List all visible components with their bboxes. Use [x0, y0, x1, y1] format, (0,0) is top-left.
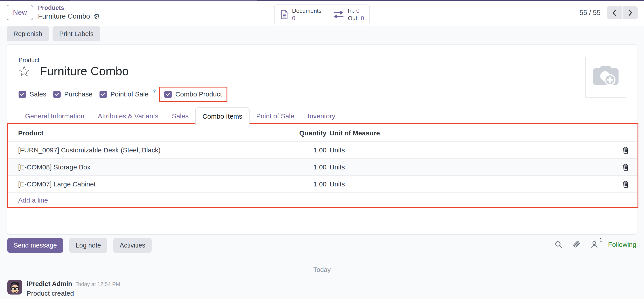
print-labels-button[interactable]: Print Labels	[52, 27, 100, 41]
send-message-button[interactable]: Send message	[8, 238, 63, 253]
column-header-product[interactable]: Product	[18, 129, 264, 137]
column-header-quantity[interactable]: Quantity	[264, 129, 326, 137]
documents-label: Documents	[292, 7, 322, 15]
chatter-message: iPredict Admin Today at 12:54 PM Product…	[8, 280, 120, 297]
combo-items-table: Product Quantity Unit of Measure [FURN_0…	[8, 125, 637, 208]
table-row[interactable]: [FURN_0097] Customizable Desk (Steel, Bl…	[8, 141, 637, 158]
action-button-row: Replenish Print Labels	[7, 27, 100, 41]
replenish-button[interactable]: Replenish	[7, 27, 49, 41]
in-out-stat-button[interactable]: In: 0 Out: 0	[327, 5, 370, 24]
notebook-tab-bar: General Information Attributes & Variant…	[18, 107, 342, 125]
attach-files-button[interactable]	[572, 240, 581, 249]
out-value: 0	[361, 15, 364, 22]
tab-sales[interactable]: Sales	[165, 107, 195, 125]
cell-uom[interactable]: Units	[330, 180, 614, 188]
pager: 55 / 55	[580, 6, 638, 19]
chevron-right-icon	[628, 9, 633, 16]
pager-previous-button[interactable]	[607, 6, 622, 19]
table-header-row: Product Quantity Unit of Measure	[8, 125, 637, 141]
stat-buttons: Documents 0 In: 0 Out: 0	[274, 5, 370, 24]
cell-quantity[interactable]: 1.00	[264, 146, 326, 154]
product-flags-row: Sales Purchase Point of Sale ? Combo Pro…	[18, 89, 224, 100]
add-line-row: Add a line	[8, 192, 637, 208]
control-panel: New Products Furniture Combo ⚙ Documents…	[0, 1, 644, 26]
out-label: Out:	[348, 15, 359, 22]
in-value: 0	[356, 7, 359, 15]
trash-icon	[622, 163, 630, 171]
transfer-arrows-icon	[332, 10, 344, 19]
point-of-sale-checkbox[interactable]: Point of Sale ?	[100, 90, 156, 98]
combo-product-checkbox[interactable]: Combo Product	[164, 90, 222, 98]
pager-next-button[interactable]	[622, 6, 638, 19]
chatter-toolbar: 1 Following	[554, 240, 636, 249]
date-divider-label: Today	[313, 266, 330, 273]
chatter-buttons: Send message Log note Activities	[8, 238, 152, 253]
followers-button[interactable]: 1	[590, 240, 598, 249]
in-label: In:	[348, 7, 354, 15]
favorite-star-icon[interactable]	[18, 66, 30, 77]
add-a-line-link[interactable]: Add a line	[18, 196, 48, 204]
message-body: Product created	[26, 289, 120, 297]
gear-icon[interactable]: ⚙	[94, 13, 100, 20]
sales-checkbox[interactable]: Sales	[18, 90, 46, 98]
breadcrumb-current: Furniture Combo	[38, 12, 90, 20]
trash-icon	[622, 180, 630, 188]
cell-product[interactable]: [FURN_0097] Customizable Desk (Steel, Bl…	[18, 146, 264, 154]
date-divider: Today	[7, 266, 637, 273]
column-header-uom[interactable]: Unit of Measure	[330, 129, 614, 137]
table-row[interactable]: [E-COM08] Storage Box 1.00 Units	[8, 158, 637, 175]
tab-point-of-sale[interactable]: Point of Sale	[250, 107, 301, 125]
product-title[interactable]: Furniture Combo	[40, 64, 129, 78]
delete-row-button[interactable]	[621, 162, 630, 172]
message-author[interactable]: iPredict Admin	[26, 280, 72, 287]
delete-row-button[interactable]	[621, 179, 630, 189]
log-note-button[interactable]: Log note	[69, 238, 107, 253]
breadcrumb-parent-link[interactable]: Products	[38, 5, 100, 12]
document-icon	[280, 10, 288, 20]
tab-inventory[interactable]: Inventory	[301, 107, 342, 125]
table-row[interactable]: [E-COM07] Large Cabinet 1.00 Units	[8, 175, 637, 192]
help-question-icon[interactable]: ?	[153, 88, 156, 94]
paperclip-icon	[572, 240, 581, 249]
checkbox-checked-icon	[100, 91, 107, 98]
camera-placeholder-icon	[590, 64, 621, 90]
combo-product-checkbox-label: Combo Product	[175, 90, 222, 98]
divider-line	[337, 270, 637, 270]
point-of-sale-checkbox-label: Point of Sale	[110, 90, 148, 98]
checkbox-checked-icon	[164, 91, 172, 98]
followers-count-badge: 1	[599, 237, 602, 243]
divider-line	[7, 270, 307, 270]
cell-product[interactable]: [E-COM07] Large Cabinet	[18, 180, 264, 188]
purchase-checkbox[interactable]: Purchase	[53, 90, 92, 98]
avatar	[8, 280, 22, 294]
cell-quantity[interactable]: 1.00	[264, 163, 326, 171]
documents-count: 0	[292, 15, 295, 22]
purchase-checkbox-label: Purchase	[64, 90, 92, 98]
checkbox-checked-icon	[53, 91, 60, 98]
tab-combo-items[interactable]: Combo Items	[195, 107, 249, 125]
documents-stat-button[interactable]: Documents 0	[274, 5, 327, 24]
person-icon	[590, 240, 598, 249]
tab-general-information[interactable]: General Information	[18, 107, 91, 125]
delete-row-button[interactable]	[621, 145, 630, 155]
product-image-upload[interactable]	[586, 57, 626, 98]
cell-product[interactable]: [E-COM08] Storage Box	[18, 163, 264, 171]
search-messages-button[interactable]	[554, 240, 563, 249]
product-type-label: Product	[18, 57, 39, 64]
new-button[interactable]: New	[7, 5, 33, 20]
checkbox-checked-icon	[18, 91, 26, 98]
following-toggle[interactable]: Following	[608, 241, 636, 248]
trash-icon	[622, 146, 630, 154]
cell-uom[interactable]: Units	[330, 146, 614, 154]
chevron-left-icon	[612, 9, 617, 16]
product-form-sheet: Product Furniture Combo Sales Purchase	[7, 44, 637, 234]
cell-uom[interactable]: Units	[330, 163, 614, 171]
search-icon	[554, 240, 563, 249]
tab-attributes-variants[interactable]: Attributes & Variants	[91, 107, 165, 125]
activities-button[interactable]: Activities	[113, 238, 152, 253]
cell-quantity[interactable]: 1.00	[264, 180, 326, 188]
message-timestamp: Today at 12:54 PM	[76, 281, 120, 287]
breadcrumb-area: New Products Furniture Combo ⚙	[7, 5, 100, 20]
sales-checkbox-label: Sales	[30, 90, 46, 98]
pager-counter: 55 / 55	[580, 9, 600, 17]
